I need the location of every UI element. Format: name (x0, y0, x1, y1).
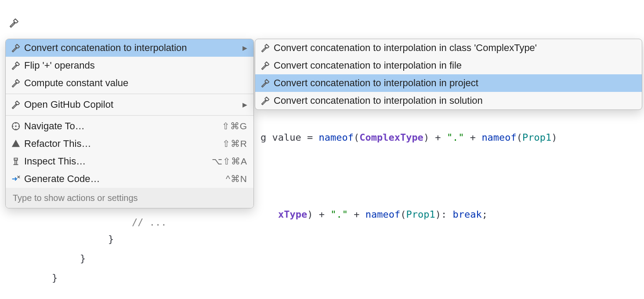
navigate-icon (11, 121, 21, 131)
code-token: ) (423, 132, 429, 143)
hammer-icon (260, 78, 270, 88)
hammer-icon (11, 78, 21, 88)
svg-point-1 (15, 125, 17, 127)
menu-item-navigate-to[interactable]: Navigate To…⇧⌘G (6, 117, 253, 135)
submenu-item-label: Convert concatenation to interpolation i… (274, 42, 636, 54)
submenu-item-convert-concatenation-to-interpolation-in-solution[interactable]: Convert concatenation to interpolation i… (255, 92, 642, 109)
submenu-item-convert-concatenation-to-interpolation-in-class-complextype[interactable]: Convert concatenation to interpolation i… (255, 39, 642, 57)
code-token: Prop1 (406, 209, 435, 220)
code-token: "." (447, 132, 464, 143)
inspect-icon (11, 157, 21, 166)
code-token: ) (551, 132, 557, 143)
menu-item-convert-concatenation-to-interpolation[interactable]: Convert concatenation to interpolation▶ (6, 39, 253, 57)
menu-item-refactor-this[interactable]: Refactor This…⇧⌘R (6, 135, 253, 153)
code-token: ( (517, 132, 522, 143)
menu-shortcut: ⇧⌘R (222, 139, 247, 149)
menu-shortcut: ⌥⇧⌘A (212, 156, 247, 167)
code-token: Prop1 (522, 132, 551, 143)
menu-item-open-github-copilot[interactable]: Open GitHub Copilot▶ (6, 96, 253, 113)
submenu-item-label: Convert concatenation to interpolation i… (274, 95, 636, 106)
generate-icon (11, 174, 21, 184)
code-token: nameof (365, 209, 400, 220)
close-brace: } (80, 252, 86, 266)
code-token: + (429, 132, 447, 143)
code-token: ComplexType (359, 132, 423, 143)
menu-item-generate-code[interactable]: Generate Code…^⌘N (6, 170, 253, 188)
submenu-item-label: Convert concatenation to interpolation i… (274, 77, 636, 89)
submenu-item-convert-concatenation-to-interpolation-in-project[interactable]: Convert concatenation to interpolation i… (255, 74, 642, 92)
menu-shortcut: ⇧⌘G (222, 121, 247, 131)
menu-item-label: Flip '+' operands (24, 60, 247, 71)
code-token: g value = (260, 132, 318, 143)
menu-item-label: Generate Code… (24, 173, 222, 185)
menu-separator (6, 115, 253, 116)
submenu-item-convert-concatenation-to-interpolation-in-file[interactable]: Convert concatenation to interpolation i… (255, 57, 642, 74)
submenu-item-label: Convert concatenation to interpolation i… (274, 60, 636, 71)
code-token: + (313, 209, 330, 220)
actions-search-field[interactable]: Type to show actions or settings (6, 188, 253, 208)
menu-item-inspect-this[interactable]: Inspect This…⌥⇧⌘A (6, 153, 253, 170)
code-fragment: xType) + "." + nameof(Prop1): break; (255, 193, 488, 236)
submenu-arrow-icon: ▶ (242, 101, 247, 108)
submenu-arrow-icon: ▶ (242, 44, 247, 51)
code-token: ( (354, 132, 359, 143)
hammer-icon (11, 100, 21, 109)
menu-item-label: Inspect This… (24, 156, 208, 167)
hammer-icon (11, 61, 21, 70)
code-token: ; (482, 209, 488, 220)
menu-separator (6, 94, 253, 94)
code-token: nameof (481, 132, 516, 143)
menu-item-label: Open GitHub Copilot (24, 99, 237, 110)
hammer-icon (260, 43, 270, 53)
code-token: ) (307, 209, 313, 220)
code-comment: // ... (132, 215, 166, 230)
context-actions-submenu[interactable]: Convert concatenation to interpolation i… (255, 39, 642, 110)
code-fragment: g value = nameof(ComplexType) + "." + na… (237, 117, 557, 159)
hammer-icon (260, 61, 270, 70)
close-brace: } (108, 232, 114, 246)
menu-item-label: Compute constant value (24, 77, 247, 89)
search-placeholder: Type to show actions or settings (13, 193, 138, 203)
menu-item-label: Navigate To… (24, 120, 218, 132)
menu-item-label: Refactor This… (24, 138, 219, 150)
code-token: + (464, 132, 482, 143)
close-brace: } (52, 271, 58, 285)
hammer-icon (260, 96, 270, 106)
code-token: ( (400, 209, 406, 220)
code-token: ): (435, 209, 453, 220)
menu-item-flip-operands[interactable]: Flip '+' operands (6, 57, 253, 74)
refactor-icon (11, 139, 21, 149)
hammer-icon (11, 43, 21, 53)
menu-shortcut: ^⌘N (226, 174, 247, 184)
code-token: "." (330, 209, 348, 220)
code-token: break (452, 209, 481, 220)
code-token: + (348, 209, 365, 220)
context-actions-menu[interactable]: Convert concatenation to interpolation▶F… (5, 39, 254, 208)
code-token: xType (278, 209, 307, 220)
menu-item-label: Convert concatenation to interpolation (24, 42, 237, 54)
menu-item-compute-constant-value[interactable]: Compute constant value (6, 74, 253, 92)
code-token: nameof (318, 132, 353, 143)
